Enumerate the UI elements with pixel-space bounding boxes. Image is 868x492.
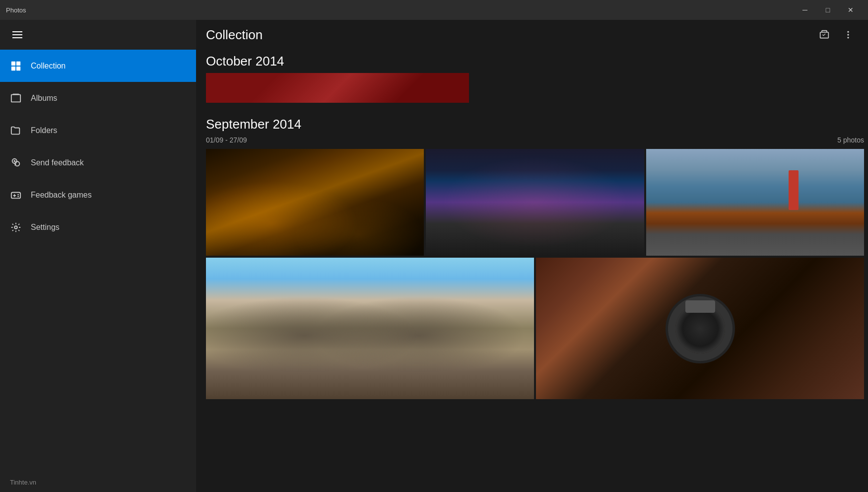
collection-icon [10,60,22,72]
settings-label: Settings [31,223,60,232]
svg-point-7 [15,161,19,166]
select-all-button[interactable] [814,25,834,45]
folders-icon [10,125,22,137]
header-actions [814,25,858,45]
hamburger-line-2 [12,34,22,35]
svg-point-14 [14,226,17,229]
svg-rect-0 [11,61,15,65]
main-header: Collection [196,20,868,50]
september-top-grid [206,149,868,256]
september-subtitle: 01/09 - 27/09 5 photos [206,136,868,144]
october-2014-title: October 2014 [206,50,868,69]
september-bottom-grid [206,258,868,399]
hamburger-line-1 [12,31,22,32]
october-2014-section: October 2014 [206,50,868,103]
svg-point-16 [847,34,849,35]
september-2014-title: September 2014 [206,113,868,132]
photo-underpass[interactable] [426,149,644,256]
sidebar-item-settings[interactable]: Settings [0,211,196,243]
september-2014-section: September 2014 01/09 - 27/09 5 photos [206,113,868,399]
send-feedback-label: Send feedback [31,158,84,167]
sidebar-item-folders[interactable]: Folders [0,114,196,146]
close-button[interactable]: ✕ [839,0,862,20]
minimize-button[interactable]: ─ [794,0,816,20]
svg-point-17 [847,37,849,38]
collection-scroll[interactable]: October 2014 September 2014 01/09 - 27/0… [196,50,868,492]
feedback-games-label: Feedback games [31,191,92,200]
main-content: Collection October 2 [196,20,868,492]
albums-icon [10,92,22,104]
sidebar: Collection Albums Folders [0,20,196,492]
photo-motorcycles[interactable] [206,149,424,256]
app-title: Photos [6,6,26,14]
svg-point-8 [13,160,15,162]
svg-point-13 [17,196,19,197]
october-placeholder-photo[interactable] [206,73,469,103]
more-options-button[interactable] [838,25,858,45]
svg-point-12 [17,194,19,195]
sidebar-item-albums[interactable]: Albums [0,82,196,114]
folders-label: Folders [31,126,57,135]
hamburger-area [0,20,196,50]
svg-rect-3 [16,66,20,70]
sidebar-item-send-feedback[interactable]: Send feedback [0,146,196,179]
albums-label: Albums [31,94,57,103]
sidebar-footer: Tinhte.vn [0,473,196,492]
svg-rect-5 [13,93,19,94]
footer-text: Tinhte.vn [10,479,36,486]
svg-rect-4 [11,94,20,102]
photo-sunglasses[interactable] [206,258,534,399]
hamburger-button[interactable] [10,29,25,41]
maximize-button[interactable]: □ [816,0,839,20]
collection-label: Collection [31,62,66,70]
september-photo-count: 5 photos [837,136,864,144]
svg-rect-1 [16,61,20,65]
title-bar-controls: ─ □ ✕ [794,0,862,20]
title-bar: Photos ─ □ ✕ [0,0,868,20]
settings-icon [10,221,22,233]
svg-point-15 [847,31,849,33]
september-date-range: 01/09 - 27/09 [206,136,247,144]
sidebar-item-collection[interactable]: Collection [0,50,196,82]
svg-rect-2 [11,66,15,70]
photo-camera[interactable] [536,258,864,399]
feedback-games-icon [10,189,22,201]
send-feedback-icon [10,157,22,169]
page-title: Collection [206,27,263,43]
sidebar-item-feedback-games[interactable]: Feedback games [0,179,196,211]
hamburger-line-3 [12,37,22,38]
photo-lighthouse[interactable] [646,149,864,256]
app-body: Collection Albums Folders [0,20,868,492]
title-bar-left: Photos [6,6,26,14]
